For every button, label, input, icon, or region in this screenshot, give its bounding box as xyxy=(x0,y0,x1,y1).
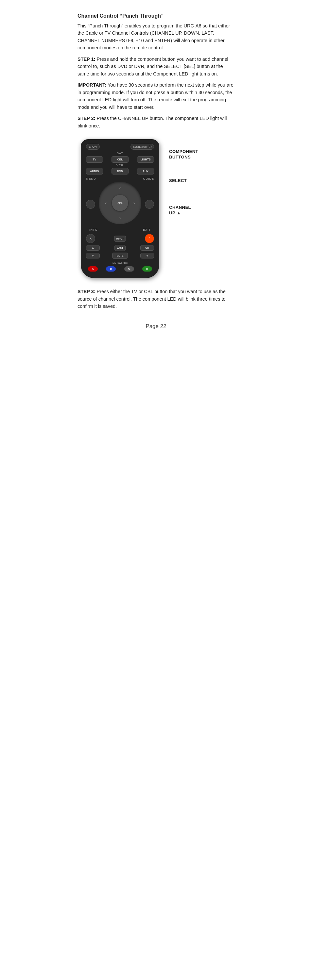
intro-text: This “Punch Through” enables you to prog… xyxy=(77,22,235,52)
power-off-icon: ⏻ xyxy=(149,145,151,148)
top-row: ON SYSTEM OFF ⏻ xyxy=(85,144,155,150)
left-side-button[interactable] xyxy=(86,200,95,209)
info-label: INFO xyxy=(89,228,98,231)
step2-text: STEP 2: Press the CHANNEL UP button. The… xyxy=(77,115,235,129)
ch-button[interactable]: CH xyxy=(140,245,154,251)
vol-button[interactable]: ∧ xyxy=(86,245,100,251)
exit-label: EXIT xyxy=(143,228,151,231)
step1-body: Press and hold the component button you … xyxy=(77,57,228,76)
nav-left-arrow[interactable]: ‹ xyxy=(101,198,110,207)
channel-area: ∧ INPUT ⌃ ∧ LAST CH ∨ xyxy=(85,234,155,259)
menu-guide-row: MENU GUIDE xyxy=(85,177,155,180)
section-heading: Channel Control “Punch Through” xyxy=(77,13,235,19)
nav-right-arrow[interactable]: › xyxy=(130,198,139,207)
info-exit-row: INFO EXIT xyxy=(85,228,155,231)
callout-area: COMPONENT BUTTONS SELECT CHANNEL UP ▲ xyxy=(163,139,235,216)
ch-up-left-button[interactable]: ∧ xyxy=(86,234,95,243)
ch-row1: ∧ INPUT ⌃ xyxy=(86,234,154,243)
channel-up-callout-2: UP ▲ xyxy=(169,210,235,216)
step3-label: STEP 3: xyxy=(77,289,96,294)
ch-up-right-button[interactable]: ⌃ xyxy=(145,234,154,243)
power-icon xyxy=(89,146,91,148)
input-button[interactable]: INPUT xyxy=(114,235,126,242)
color-a-button[interactable]: A xyxy=(88,266,98,272)
component-row-1: TV CBL LIGHTS xyxy=(85,156,155,163)
color-c-button[interactable]: C xyxy=(124,266,134,272)
dvd-button[interactable]: DVD xyxy=(112,168,128,175)
ch-row2: ∧ LAST CH xyxy=(86,245,154,251)
ch-dn-button[interactable]: ∨ xyxy=(140,253,154,258)
step3-body: Press either the TV or CBL button that y… xyxy=(77,289,226,309)
cbl-button[interactable]: CBL xyxy=(112,156,128,163)
on-label: ON xyxy=(92,145,97,148)
vcr-label: VCR xyxy=(85,164,155,167)
mute-button[interactable]: MUTE xyxy=(112,253,128,259)
step1-label: STEP 1: xyxy=(77,57,96,62)
audio-button[interactable]: AUDIO xyxy=(86,168,103,175)
menu-label: MENU xyxy=(86,177,96,180)
component-buttons-callout: COMPONENT xyxy=(169,149,235,154)
component-row-2: AUDIO DVD AUX xyxy=(85,168,155,175)
color-d-button[interactable]: D xyxy=(142,266,152,272)
remote-body: ON SYSTEM OFF ⏻ SAT TV CBL LIGHTS VCR xyxy=(81,139,159,278)
component-buttons-callout-2: BUTTONS xyxy=(169,154,235,160)
guide-label: GUIDE xyxy=(143,177,154,180)
nav-up-arrow[interactable]: ⌃ xyxy=(115,184,125,194)
color-b-button[interactable]: B xyxy=(106,266,116,272)
vol-dn-button[interactable]: ∨ xyxy=(86,253,100,258)
system-off-button[interactable]: SYSTEM OFF ⏻ xyxy=(131,144,154,150)
select-callout: SELECT xyxy=(169,178,235,184)
last-button[interactable]: LAST xyxy=(114,245,126,251)
aux-button[interactable]: AUX xyxy=(137,168,154,175)
right-side-button[interactable] xyxy=(145,200,154,209)
ch-row3: ∨ MUTE ∨ xyxy=(86,253,154,259)
remote-image: ON SYSTEM OFF ⏻ SAT TV CBL LIGHTS VCR xyxy=(77,139,163,278)
important-label: IMPORTANT: xyxy=(77,82,106,88)
favorites-label: My Favorites xyxy=(85,261,155,264)
step1-text: STEP 1: Press and hold the component but… xyxy=(77,56,235,78)
color-buttons-row: A B C D xyxy=(85,266,155,272)
lights-button[interactable]: LIGHTS xyxy=(137,156,154,163)
step3-text: STEP 3: Press either the TV or CBL butto… xyxy=(77,288,235,310)
ch-up-indicator: ⌃ xyxy=(148,237,151,240)
channel-up-callout: CHANNEL xyxy=(169,205,235,210)
sat-label: SAT xyxy=(85,152,155,155)
sel-button[interactable]: SEL xyxy=(112,195,128,211)
on-button[interactable]: ON xyxy=(86,144,100,150)
nav-pad[interactable]: ⌃ ⌄ ‹ › SEL xyxy=(99,182,141,224)
nav-down-arrow[interactable]: ⌄ xyxy=(115,212,125,221)
tv-button[interactable]: TV xyxy=(86,156,103,163)
remote-diagram: ON SYSTEM OFF ⏻ SAT TV CBL LIGHTS VCR xyxy=(77,139,235,278)
step2-body: Press the CHANNEL UP button. The compone… xyxy=(77,116,227,128)
step2-label: STEP 2: xyxy=(77,116,96,121)
system-off-label: SYSTEM OFF xyxy=(133,146,148,148)
important-text: IMPORTANT: You have 30 seconds to perfor… xyxy=(77,81,235,111)
page-number: Page 22 xyxy=(77,323,235,330)
